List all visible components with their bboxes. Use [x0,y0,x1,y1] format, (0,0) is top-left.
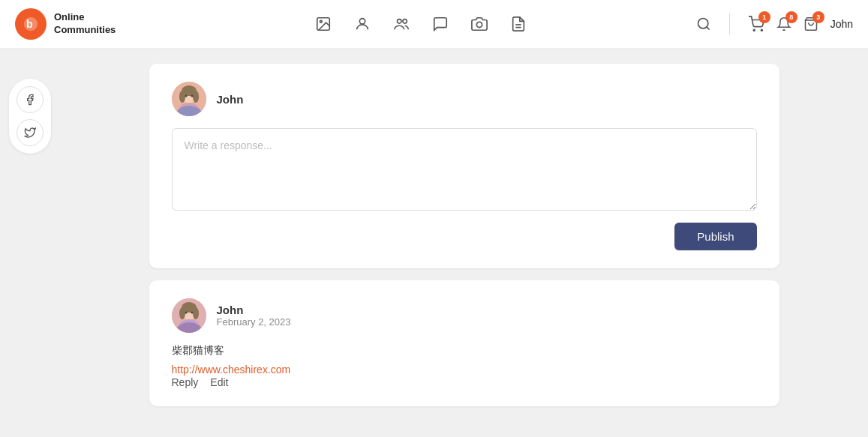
comment-card: John February 2, 2023 柴郡猫博客 http://www.c… [149,280,779,406]
svg-point-6 [476,22,482,27]
main-nav [146,16,695,32]
main-layout: John Publish [0,49,868,437]
logo-icon: b [15,8,47,40]
svg-point-19 [179,91,185,103]
publish-button[interactable]: Publish [674,223,756,250]
write-response-card: John Publish [149,64,779,268]
svg-point-27 [179,307,185,319]
bag-button[interactable]: 3 [803,16,818,32]
commenter-info: John February 2, 2023 [217,304,291,328]
reply-action[interactable]: Reply [172,376,199,388]
svg-point-2 [320,20,322,22]
header: b Online Communities [0,0,868,49]
profile-nav-icon[interactable] [354,16,371,32]
image-nav-icon[interactable] [315,16,332,32]
bell-button[interactable]: 8 [776,16,791,32]
svg-point-30 [191,312,193,314]
svg-point-28 [193,307,199,319]
logo[interactable]: b Online Communities [15,8,116,40]
comment-link[interactable]: http://www.cheshirex.com [172,364,291,376]
commenter-avatar [172,298,206,333]
svg-point-9 [698,19,707,28]
svg-point-3 [359,19,365,24]
cart-badge: 1 [758,11,770,23]
comment-actions: Reply Edit [172,376,757,388]
bell-badge: 8 [785,11,797,23]
svg-point-12 [761,29,762,31]
comment-header: John February 2, 2023 [172,298,757,333]
user-name-label[interactable]: John [830,18,853,30]
current-user-avatar [172,82,206,116]
svg-point-4 [397,19,401,23]
twitter-share-button[interactable] [17,119,44,146]
comment-date: February 2, 2023 [217,316,291,328]
facebook-share-button[interactable] [17,86,44,113]
svg-text:b: b [26,18,33,30]
bag-badge: 3 [812,11,824,23]
chat-nav-icon[interactable] [432,16,449,32]
camera-nav-icon[interactable] [471,16,488,32]
svg-line-10 [707,27,710,30]
svg-point-5 [403,19,407,23]
header-divider [729,13,730,35]
social-sidebar [0,64,60,422]
svg-point-20 [193,91,199,103]
comment-text: 柴郡猫博客 [172,342,757,358]
svg-point-21 [185,95,187,97]
logo-text: Online Communities [54,11,116,37]
cart-button[interactable]: 1 [748,16,764,32]
svg-point-22 [191,95,193,97]
search-button[interactable] [696,16,711,31]
current-user-name: John [217,93,244,106]
content-area: John Publish [134,64,794,422]
social-pill [9,79,51,154]
publish-row: Publish [172,223,757,250]
commenter-name: John [217,304,291,316]
document-nav-icon[interactable] [510,16,527,32]
edit-action[interactable]: Edit [210,376,228,388]
svg-point-11 [753,29,755,31]
header-actions: 1 8 3 John [696,13,853,35]
response-header: John [172,82,757,116]
group-nav-icon[interactable] [393,16,410,32]
svg-point-29 [185,312,187,314]
response-textarea[interactable] [172,128,757,211]
